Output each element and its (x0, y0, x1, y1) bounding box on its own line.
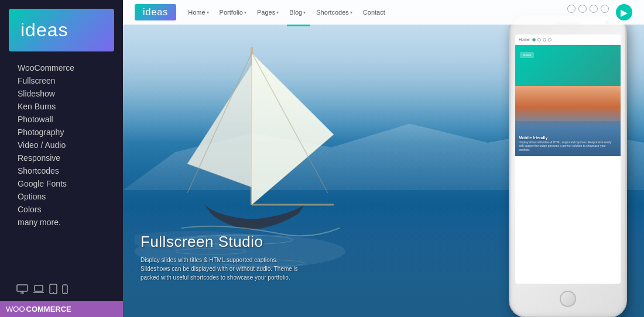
blog-arrow-icon: ▾ (303, 10, 306, 15)
nav-cta-button[interactable]: ▶ (616, 4, 632, 20)
nav-item-woocommerce[interactable]: WooCommerce (18, 61, 123, 74)
nav-item-colors[interactable]: Colors (18, 203, 123, 216)
svg-rect-0 (17, 285, 28, 291)
nav-item-google-fonts[interactable]: Google Fonts (18, 177, 123, 190)
phone-mockup: Home ideas (503, 6, 632, 317)
nav-item-ken-burns[interactable]: Ken Burns (18, 100, 123, 113)
hero-title: Fullscreen Studio (141, 233, 304, 251)
phone-hero-desc: Display slides with titles & HTML suppor… (519, 140, 617, 152)
tablet-icon (49, 284, 57, 294)
laptop-icon (33, 284, 44, 294)
phone-slide-teal-bg (515, 45, 621, 86)
pages-arrow-icon: ▾ (276, 10, 279, 15)
phone-dot-4 (548, 38, 551, 42)
phone-hero-title: Mobile friendly (519, 136, 617, 140)
commerce-label: COMMERCE (26, 305, 71, 313)
woo-label: WOO (6, 305, 25, 313)
nav-link-pages[interactable]: Pages ▾ (257, 9, 279, 16)
window-dot-3 (590, 5, 598, 13)
portfolio-arrow-icon: ▾ (244, 10, 246, 15)
nav-link-shortcodes[interactable]: Shortcodes ▾ (316, 9, 352, 16)
nav-item-fullscreen[interactable]: Fullscreen (18, 74, 123, 87)
sidebar-device-icons (0, 277, 123, 301)
phone-nav-label: Home (519, 37, 530, 42)
nav-item-options[interactable]: Options (18, 190, 123, 203)
nav-item-photowall[interactable]: Photowall (18, 113, 123, 126)
nav-item-slideshow[interactable]: Slideshow (18, 87, 123, 100)
phone-dot-2 (537, 38, 541, 42)
svg-point-8 (64, 292, 66, 293)
nav-link-blog[interactable]: Blog ▾ (289, 9, 306, 16)
phone-home-button[interactable] (560, 291, 576, 307)
phone-screen-content: Home ideas (515, 35, 621, 284)
window-dot-1 (567, 5, 576, 13)
nav-item-many-more: many more. (18, 216, 123, 229)
nav-active-indicator (287, 25, 310, 26)
phone-slide-area: ideas (515, 45, 621, 86)
phone-landscape-area: Mobile friendly Display slides with titl… (515, 86, 621, 156)
phone-dot-3 (543, 38, 546, 42)
window-dot-4 (601, 5, 609, 13)
top-navbar: ideas Home ▾ Portfolio ▾ Pages ▾ Blog ▾ … (123, 0, 644, 25)
sidebar-nav: WooCommerce Fullscreen Slideshow Ken Bur… (0, 54, 123, 277)
nav-item-shortcodes[interactable]: Shortcodes (18, 164, 123, 177)
phone-slide-tag: ideas (520, 52, 534, 58)
woocommerce-badge[interactable]: WOO COMMERCE (0, 301, 123, 317)
nav-links: Home ▾ Portfolio ▾ Pages ▾ Blog ▾ Shortc… (188, 9, 616, 16)
shortcodes-arrow-icon: ▾ (350, 10, 352, 15)
phone-body: Home ideas (509, 15, 626, 317)
monitor-icon (16, 284, 28, 294)
phone-dot-1 (532, 38, 536, 42)
nav-link-contact[interactable]: Contact (363, 9, 385, 16)
window-dot-2 (578, 5, 587, 13)
home-arrow-icon: ▾ (207, 10, 209, 15)
sidebar-logo-text: ideas (20, 19, 68, 40)
phone-small-icon (62, 284, 68, 294)
svg-point-6 (53, 292, 54, 293)
sidebar: ideas WooCommerce Fullscreen Slideshow K… (0, 0, 123, 317)
sidebar-logo[interactable]: ideas (9, 9, 114, 51)
nav-link-home[interactable]: Home ▾ (188, 9, 208, 16)
svg-rect-3 (35, 285, 43, 291)
nav-item-video-audio[interactable]: Video / Audio (18, 139, 123, 151)
phone-screen: Home ideas (515, 35, 621, 284)
phone-nav-bar: Home (515, 35, 621, 45)
nav-item-responsive[interactable]: Responsive (18, 151, 123, 164)
nav-item-photography[interactable]: Photography (18, 126, 123, 139)
nav-window-controls (567, 5, 609, 13)
hero-description: Display slides with titles & HTML suppor… (141, 256, 304, 282)
nav-logo[interactable]: ideas (135, 4, 176, 20)
nav-link-portfolio[interactable]: Portfolio ▾ (220, 9, 246, 16)
bottom-text-block: Fullscreen Studio Display slides with ti… (141, 233, 304, 282)
phone-text-overlay: Mobile friendly Display slides with titl… (519, 136, 617, 152)
phone-nav-dots (532, 38, 551, 42)
main-content: ideas Home ▾ Portfolio ▾ Pages ▾ Blog ▾ … (123, 0, 644, 317)
